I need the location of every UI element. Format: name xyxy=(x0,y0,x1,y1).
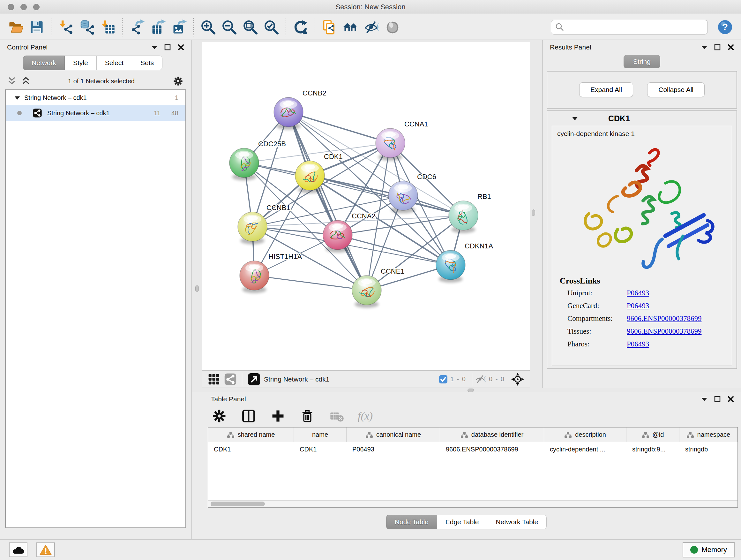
crosslink-link[interactable]: P06493 xyxy=(627,340,649,348)
show-orb-button[interactable] xyxy=(384,19,401,36)
help-button[interactable]: ? xyxy=(718,19,733,35)
cell-description[interactable]: cyclin-dependent ... xyxy=(544,446,626,453)
edge-HIST1H1A-CCNE1[interactable] xyxy=(254,275,367,290)
panel-close-icon[interactable] xyxy=(178,44,184,51)
tree-expander-icon[interactable] xyxy=(15,96,20,100)
tab-string[interactable]: String xyxy=(623,55,660,68)
import-database-button[interactable] xyxy=(78,19,95,36)
cloud-button[interactable] xyxy=(9,543,27,557)
memory-button[interactable]: Memory xyxy=(683,542,735,557)
network-view-title: String Network – cdk1 xyxy=(264,375,329,383)
refresh-button[interactable] xyxy=(292,19,309,36)
cell-canonical-name[interactable]: P06493 xyxy=(347,446,440,453)
network-canvas[interactable]: CCNB2 CCNA1 CDC25B CDK1 CDC6 xyxy=(202,42,530,370)
tab-style[interactable]: Style xyxy=(65,56,97,70)
table-settings-button[interactable] xyxy=(211,408,227,424)
import-table-button[interactable] xyxy=(99,19,116,36)
panel-collapse-icon[interactable] xyxy=(701,45,707,49)
open-in-new-icon[interactable] xyxy=(247,373,261,386)
network-view-share-icon[interactable] xyxy=(224,373,237,386)
import-network-button[interactable] xyxy=(57,19,74,36)
warnings-button[interactable] xyxy=(37,543,55,557)
delete-column-button[interactable] xyxy=(299,408,316,424)
cell-namespace[interactable]: stringdb xyxy=(679,446,738,453)
column-header-description[interactable]: description xyxy=(544,428,626,442)
selected-checkbox-icon[interactable] xyxy=(439,375,448,384)
left-splitter-handle[interactable] xyxy=(195,286,199,292)
right-splitter-handle[interactable] xyxy=(532,209,535,216)
cell-name[interactable]: CDK1 xyxy=(294,446,347,453)
column-header-name[interactable]: name xyxy=(294,428,347,442)
column-header-namespace[interactable]: namespace xyxy=(679,428,738,442)
show-columns-button[interactable] xyxy=(240,408,257,424)
column-header--id[interactable]: @id xyxy=(626,428,679,442)
node-CDKN1A[interactable]: CDKN1A xyxy=(436,242,493,283)
crosslink-link[interactable]: P06493 xyxy=(627,302,649,310)
crosslink-link[interactable]: 9606.ENSP00000378699 xyxy=(627,327,702,335)
panel-close-icon[interactable] xyxy=(728,396,734,402)
neighbors-houses-button[interactable] xyxy=(342,19,359,36)
node-CCNE1[interactable]: CCNE1 xyxy=(352,267,405,308)
panel-float-icon[interactable] xyxy=(164,44,171,51)
panel-float-icon[interactable] xyxy=(714,44,721,51)
tab-edge-table[interactable]: Edge Table xyxy=(437,515,488,530)
zoom-fit-button[interactable] xyxy=(242,19,259,36)
panel-collapse-icon[interactable] xyxy=(701,397,707,401)
search-box[interactable] xyxy=(551,20,708,35)
zoom-in-button[interactable] xyxy=(200,19,216,36)
expand-all-icon[interactable] xyxy=(22,76,30,86)
edge-CCNB2-CCNE1[interactable] xyxy=(288,112,367,290)
gene-section-header[interactable]: CDK1 xyxy=(547,111,737,126)
crosslink-link[interactable]: P06493 xyxy=(627,289,649,297)
collapse-all-icon[interactable] xyxy=(8,76,16,86)
copy-network-button[interactable] xyxy=(321,19,338,36)
zoom-out-button[interactable] xyxy=(221,19,238,36)
network-collection-row[interactable]: String Network – cdk1 1 xyxy=(6,90,185,105)
scrollbar-thumb[interactable] xyxy=(211,502,265,506)
cell-shared-name[interactable]: CDK1 xyxy=(208,446,294,453)
table-row[interactable]: CDK1CDK1P064939606.ENSP00000378699cyclin… xyxy=(208,442,738,456)
edge-CCNB2-CCNA1[interactable] xyxy=(288,112,390,143)
export-table-button[interactable] xyxy=(150,19,166,36)
cell-database-identifier[interactable]: 9606.ENSP00000378699 xyxy=(440,446,544,453)
tab-sets[interactable]: Sets xyxy=(132,56,162,70)
node-CDC25B[interactable]: CDC25B xyxy=(229,140,286,180)
birdseye-crosshair-icon[interactable] xyxy=(511,372,525,386)
tab-select[interactable]: Select xyxy=(97,56,132,70)
tab-node-table[interactable]: Node Table xyxy=(386,515,437,530)
results-panel-header: Results Panel xyxy=(543,40,741,54)
collapse-all-button[interactable]: Collapse All xyxy=(647,82,704,97)
column-header-database-identifier[interactable]: database identifier xyxy=(440,428,544,442)
node-RB1[interactable]: RB1 xyxy=(449,192,491,233)
panel-float-icon[interactable] xyxy=(714,396,721,402)
node-HIST1H1A[interactable]: HIST1H1A xyxy=(240,253,302,293)
delete-table-button[interactable] xyxy=(328,408,345,424)
gene-expander-icon[interactable] xyxy=(572,117,578,120)
export-network-button[interactable] xyxy=(129,19,145,36)
search-input[interactable] xyxy=(564,23,702,30)
column-header-canonical-name[interactable]: canonical name xyxy=(347,428,440,442)
string-network-graph[interactable]: CCNB2 CCNA1 CDC25B CDK1 CDC6 xyxy=(202,42,530,370)
zoom-selected-button[interactable] xyxy=(263,19,280,36)
table-horizontal-scrollbar[interactable] xyxy=(208,500,738,507)
hide-eye-button[interactable] xyxy=(363,19,380,36)
network-row-selected[interactable]: String Network – cdk1 11 48 xyxy=(6,105,185,121)
crosslink-link[interactable]: 9606.ENSP00000378699 xyxy=(627,314,702,323)
panel-collapse-icon[interactable] xyxy=(151,45,157,49)
node-CCNB1[interactable]: CCNB1 xyxy=(238,204,290,244)
tab-network[interactable]: Network xyxy=(23,56,65,70)
tab-network-table[interactable]: Network Table xyxy=(487,515,547,530)
edge-CDK1-RB1[interactable] xyxy=(310,176,463,215)
bottom-splitter-handle[interactable] xyxy=(468,388,474,392)
cell--id[interactable]: stringdb:9... xyxy=(626,446,679,453)
expand-all-button[interactable]: Expand All xyxy=(579,82,633,97)
column-header-shared-name[interactable]: shared name xyxy=(208,428,294,442)
grid-mode-icon[interactable] xyxy=(207,373,220,386)
add-column-button[interactable] xyxy=(270,408,286,424)
node-CDK1[interactable]: CDK1 xyxy=(295,152,343,193)
export-image-button[interactable] xyxy=(171,19,187,36)
gear-icon[interactable] xyxy=(173,76,184,86)
open-folder-button[interactable] xyxy=(7,19,24,36)
save-button[interactable] xyxy=(28,19,45,36)
panel-close-icon[interactable] xyxy=(728,44,734,51)
